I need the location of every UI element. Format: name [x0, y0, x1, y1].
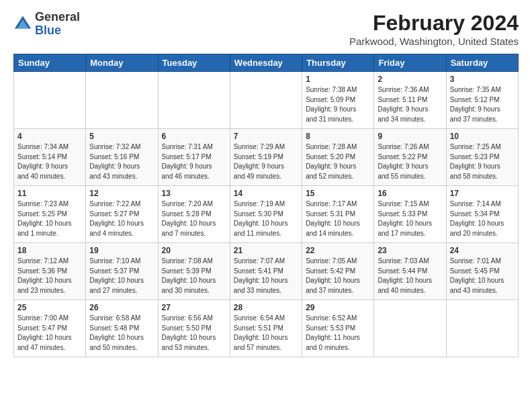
calendar-day-cell — [446, 300, 518, 357]
day-content: Sunrise: 7:08 AM Sunset: 5:39 PM Dayligh… — [162, 257, 226, 295]
calendar-day-cell: 17Sunrise: 7:14 AM Sunset: 5:34 PM Dayli… — [446, 186, 518, 243]
calendar-day-cell: 22Sunrise: 7:05 AM Sunset: 5:42 PM Dayli… — [302, 243, 374, 300]
title-block: February 2024 Parkwood, Washington, Unit… — [349, 11, 519, 47]
calendar-day-cell: 25Sunrise: 7:00 AM Sunset: 5:47 PM Dayli… — [14, 300, 86, 357]
day-of-week-header: Sunday — [14, 54, 86, 72]
day-content: Sunrise: 7:10 AM Sunset: 5:37 PM Dayligh… — [89, 257, 154, 295]
calendar-day-cell: 23Sunrise: 7:03 AM Sunset: 5:44 PM Dayli… — [374, 243, 446, 300]
day-number: 2 — [378, 75, 442, 84]
day-content: Sunrise: 6:52 AM Sunset: 5:53 PM Dayligh… — [306, 314, 370, 353]
day-number: 4 — [17, 132, 82, 141]
page-header: General Blue February 2024 Parkwood, Was… — [13, 11, 519, 47]
day-of-week-header: Friday — [374, 54, 446, 72]
day-number: 22 — [306, 246, 370, 255]
calendar-day-cell: 21Sunrise: 7:07 AM Sunset: 5:41 PM Dayli… — [230, 243, 302, 300]
calendar-day-cell: 18Sunrise: 7:12 AM Sunset: 5:36 PM Dayli… — [14, 243, 86, 300]
calendar-day-cell: 15Sunrise: 7:17 AM Sunset: 5:31 PM Dayli… — [302, 186, 374, 243]
calendar-day-cell: 3Sunrise: 7:35 AM Sunset: 5:12 PM Daylig… — [446, 72, 518, 129]
day-number: 18 — [17, 246, 82, 255]
calendar-day-cell: 10Sunrise: 7:25 AM Sunset: 5:23 PM Dayli… — [446, 129, 518, 186]
day-number: 24 — [450, 246, 515, 255]
calendar-day-cell — [230, 72, 302, 129]
calendar-day-cell: 27Sunrise: 6:56 AM Sunset: 5:50 PM Dayli… — [158, 300, 230, 357]
day-number: 17 — [450, 189, 515, 198]
calendar-day-cell: 14Sunrise: 7:19 AM Sunset: 5:30 PM Dayli… — [230, 186, 302, 243]
calendar-day-cell: 6Sunrise: 7:31 AM Sunset: 5:17 PM Daylig… — [158, 129, 230, 186]
day-content: Sunrise: 7:22 AM Sunset: 5:27 PM Dayligh… — [89, 199, 154, 238]
calendar-header: SundayMondayTuesdayWednesdayThursdayFrid… — [14, 54, 519, 72]
calendar-day-cell: 24Sunrise: 7:01 AM Sunset: 5:45 PM Dayli… — [446, 243, 518, 300]
day-number: 16 — [378, 189, 442, 198]
day-number: 19 — [89, 246, 154, 255]
calendar-body: 1Sunrise: 7:38 AM Sunset: 5:09 PM Daylig… — [14, 72, 519, 357]
calendar-day-cell: 9Sunrise: 7:26 AM Sunset: 5:22 PM Daylig… — [374, 129, 446, 186]
day-content: Sunrise: 7:17 AM Sunset: 5:31 PM Dayligh… — [306, 199, 370, 238]
day-content: Sunrise: 7:01 AM Sunset: 5:45 PM Dayligh… — [450, 257, 515, 295]
day-of-week-header: Thursday — [302, 54, 374, 72]
calendar-day-cell: 19Sunrise: 7:10 AM Sunset: 5:37 PM Dayli… — [86, 243, 158, 300]
calendar-day-cell: 2Sunrise: 7:36 AM Sunset: 5:11 PM Daylig… — [374, 72, 446, 129]
day-number: 5 — [89, 132, 154, 141]
calendar-week-row: 11Sunrise: 7:23 AM Sunset: 5:25 PM Dayli… — [14, 186, 519, 243]
day-content: Sunrise: 7:07 AM Sunset: 5:41 PM Dayligh… — [234, 257, 298, 295]
day-number: 20 — [162, 246, 226, 255]
day-content: Sunrise: 7:32 AM Sunset: 5:16 PM Dayligh… — [89, 142, 154, 181]
calendar-day-cell: 7Sunrise: 7:29 AM Sunset: 5:19 PM Daylig… — [230, 129, 302, 186]
day-number: 11 — [17, 189, 82, 198]
day-content: Sunrise: 7:15 AM Sunset: 5:33 PM Dayligh… — [378, 199, 442, 238]
day-content: Sunrise: 7:14 AM Sunset: 5:34 PM Dayligh… — [450, 199, 515, 238]
day-number: 6 — [162, 132, 226, 141]
calendar-day-cell: 16Sunrise: 7:15 AM Sunset: 5:33 PM Dayli… — [374, 186, 446, 243]
logo-general-text: General — [35, 10, 80, 24]
calendar-day-cell: 12Sunrise: 7:22 AM Sunset: 5:27 PM Dayli… — [86, 186, 158, 243]
month-year-title: February 2024 — [349, 11, 519, 36]
location-subtitle: Parkwood, Washington, United States — [349, 36, 519, 47]
calendar-week-row: 25Sunrise: 7:00 AM Sunset: 5:47 PM Dayli… — [14, 300, 519, 357]
day-of-week-header: Saturday — [446, 54, 518, 72]
day-content: Sunrise: 7:35 AM Sunset: 5:12 PM Dayligh… — [450, 85, 515, 124]
day-content: Sunrise: 7:03 AM Sunset: 5:44 PM Dayligh… — [378, 257, 442, 295]
day-number: 13 — [162, 189, 226, 198]
day-content: Sunrise: 7:29 AM Sunset: 5:19 PM Dayligh… — [234, 142, 298, 181]
header-row: SundayMondayTuesdayWednesdayThursdayFrid… — [14, 54, 519, 72]
calendar-day-cell — [374, 300, 446, 357]
day-number: 23 — [378, 246, 442, 255]
day-content: Sunrise: 7:36 AM Sunset: 5:11 PM Dayligh… — [378, 85, 442, 124]
calendar-day-cell: 5Sunrise: 7:32 AM Sunset: 5:16 PM Daylig… — [86, 129, 158, 186]
calendar-day-cell: 29Sunrise: 6:52 AM Sunset: 5:53 PM Dayli… — [302, 300, 374, 357]
day-number: 14 — [234, 189, 298, 198]
day-number: 12 — [89, 189, 154, 198]
day-number: 27 — [162, 303, 226, 312]
calendar-day-cell — [86, 72, 158, 129]
day-content: Sunrise: 6:58 AM Sunset: 5:48 PM Dayligh… — [89, 314, 154, 353]
day-content: Sunrise: 7:25 AM Sunset: 5:23 PM Dayligh… — [450, 142, 515, 181]
calendar-day-cell: 28Sunrise: 6:54 AM Sunset: 5:51 PM Dayli… — [230, 300, 302, 357]
day-number: 1 — [306, 75, 370, 84]
day-content: Sunrise: 7:31 AM Sunset: 5:17 PM Dayligh… — [162, 142, 226, 181]
logo-blue-text: Blue — [35, 24, 61, 37]
calendar-day-cell: 4Sunrise: 7:34 AM Sunset: 5:14 PM Daylig… — [14, 129, 86, 186]
day-content: Sunrise: 7:12 AM Sunset: 5:36 PM Dayligh… — [17, 257, 82, 295]
calendar-day-cell: 20Sunrise: 7:08 AM Sunset: 5:39 PM Dayli… — [158, 243, 230, 300]
day-number: 25 — [17, 303, 82, 312]
calendar-table: SundayMondayTuesdayWednesdayThursdayFrid… — [13, 54, 519, 357]
day-content: Sunrise: 7:26 AM Sunset: 5:22 PM Dayligh… — [378, 142, 442, 181]
day-number: 26 — [89, 303, 154, 312]
day-content: Sunrise: 7:38 AM Sunset: 5:09 PM Dayligh… — [306, 85, 370, 124]
day-number: 29 — [306, 303, 370, 312]
day-number: 15 — [306, 189, 370, 198]
calendar-day-cell: 13Sunrise: 7:20 AM Sunset: 5:28 PM Dayli… — [158, 186, 230, 243]
day-number: 9 — [378, 132, 442, 141]
calendar-week-row: 18Sunrise: 7:12 AM Sunset: 5:36 PM Dayli… — [14, 243, 519, 300]
day-content: Sunrise: 6:54 AM Sunset: 5:51 PM Dayligh… — [234, 314, 298, 353]
day-number: 21 — [234, 246, 298, 255]
day-number: 8 — [306, 132, 370, 141]
logo: General Blue — [13, 11, 80, 38]
calendar-day-cell: 1Sunrise: 7:38 AM Sunset: 5:09 PM Daylig… — [302, 72, 374, 129]
day-content: Sunrise: 7:28 AM Sunset: 5:20 PM Dayligh… — [306, 142, 370, 181]
day-of-week-header: Wednesday — [230, 54, 302, 72]
day-of-week-header: Monday — [86, 54, 158, 72]
day-content: Sunrise: 6:56 AM Sunset: 5:50 PM Dayligh… — [162, 314, 226, 353]
day-number: 10 — [450, 132, 515, 141]
calendar-week-row: 1Sunrise: 7:38 AM Sunset: 5:09 PM Daylig… — [14, 72, 519, 129]
